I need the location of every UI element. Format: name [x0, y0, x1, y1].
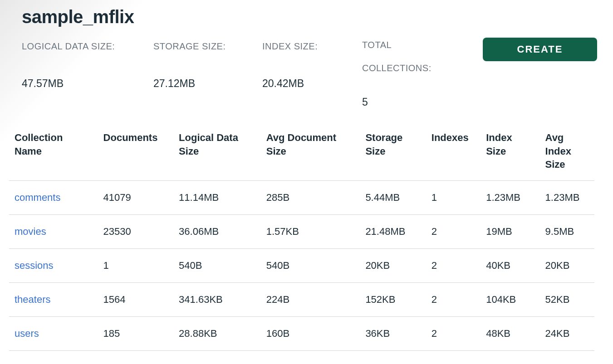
- cell-storage-size: 20KB: [360, 249, 426, 283]
- cell-documents: 1: [98, 249, 174, 283]
- stat-value: 20.42MB: [262, 78, 362, 90]
- cell-avg-index-size: 52KB: [540, 283, 594, 317]
- stat-value: 27.12MB: [153, 78, 262, 90]
- cell-documents: 1564: [98, 283, 174, 317]
- stat-value: 47.57MB: [22, 78, 153, 90]
- stats-row: LOGICAL DATA SIZE: 47.57MB STORAGE SIZE:…: [22, 40, 613, 108]
- create-button[interactable]: CREATE: [483, 38, 597, 61]
- cell-logical-size: 28.88KB: [173, 317, 261, 351]
- database-title: sample_mflix: [22, 7, 613, 27]
- stat-label: COLLECTIONS:: [362, 63, 480, 73]
- table-row: users18528.88KB160B36KB248KB24KB: [9, 317, 594, 351]
- cell-avg-doc-size: 224B: [261, 283, 360, 317]
- collection-link[interactable]: comments: [9, 181, 98, 215]
- cell-index-size: 19MB: [481, 215, 539, 249]
- cell-index-size: 1.23MB: [481, 181, 539, 215]
- col-header-avg-doc-size: Avg Document Size: [261, 126, 360, 181]
- cell-indexes: 1: [426, 181, 481, 215]
- cell-documents: 41079: [98, 181, 174, 215]
- cell-logical-size: 11.14MB: [173, 181, 261, 215]
- cell-index-size: 48KB: [481, 317, 539, 351]
- stat-logical-data-size: LOGICAL DATA SIZE: 47.57MB: [22, 40, 153, 90]
- table-row: theaters1564341.63KB224B152KB2104KB52KB: [9, 283, 594, 317]
- cell-indexes: 2: [426, 215, 481, 249]
- cell-storage-size: 5.44MB: [360, 181, 426, 215]
- cell-avg-doc-size: 160B: [261, 317, 360, 351]
- cell-avg-index-size: 9.5MB: [540, 215, 594, 249]
- collection-link[interactable]: sessions: [9, 249, 98, 283]
- cell-avg-doc-size: 540B: [261, 249, 360, 283]
- col-header-index-size: Index Size: [481, 126, 539, 181]
- table-row: sessions1540B540B20KB240KB20KB: [9, 249, 594, 283]
- cell-storage-size: 21.48MB: [360, 215, 426, 249]
- table-row: movies2353036.06MB1.57KB21.48MB219MB9.5M…: [9, 215, 594, 249]
- cell-storage-size: 152KB: [360, 283, 426, 317]
- cell-avg-index-size: 20KB: [540, 249, 594, 283]
- collections-table: Collection Name Documents Logical Data S…: [9, 126, 594, 351]
- cell-avg-doc-size: 285B: [261, 181, 360, 215]
- collection-link[interactable]: users: [9, 317, 98, 351]
- col-header-documents: Documents: [98, 126, 174, 181]
- cell-logical-size: 36.06MB: [173, 215, 261, 249]
- stat-value: 5: [362, 96, 480, 108]
- cell-index-size: 104KB: [481, 283, 539, 317]
- col-header-name: Collection Name: [9, 126, 98, 181]
- stat-index-size: INDEX SIZE: 20.42MB: [262, 40, 362, 90]
- stat-label: TOTAL: [362, 40, 480, 50]
- cell-documents: 185: [98, 317, 174, 351]
- cell-avg-index-size: 24KB: [540, 317, 594, 351]
- table-header-row: Collection Name Documents Logical Data S…: [9, 126, 594, 181]
- cell-indexes: 2: [426, 249, 481, 283]
- table-row: comments4107911.14MB285B5.44MB11.23MB1.2…: [9, 181, 594, 215]
- cell-logical-size: 540B: [173, 249, 261, 283]
- cell-avg-doc-size: 1.57KB: [261, 215, 360, 249]
- col-header-avg-index-size: Avg Index Size: [540, 126, 594, 181]
- stat-label: LOGICAL DATA SIZE:: [22, 40, 153, 53]
- cell-storage-size: 36KB: [360, 317, 426, 351]
- stat-storage-size: STORAGE SIZE: 27.12MB: [153, 40, 262, 90]
- col-header-logical-size: Logical Data Size: [173, 126, 261, 181]
- stat-label: INDEX SIZE:: [262, 40, 362, 53]
- cell-logical-size: 341.63KB: [173, 283, 261, 317]
- stat-total-collections: TOTAL COLLECTIONS: 5: [362, 40, 480, 108]
- col-header-storage-size: Storage Size: [360, 126, 426, 181]
- col-header-indexes: Indexes: [426, 126, 481, 181]
- collection-link[interactable]: movies: [9, 215, 98, 249]
- cell-indexes: 2: [426, 317, 481, 351]
- cell-index-size: 40KB: [481, 249, 539, 283]
- stat-label: STORAGE SIZE:: [153, 40, 262, 53]
- collection-link[interactable]: theaters: [9, 283, 98, 317]
- cell-documents: 23530: [98, 215, 174, 249]
- cell-indexes: 2: [426, 283, 481, 317]
- cell-avg-index-size: 1.23MB: [540, 181, 594, 215]
